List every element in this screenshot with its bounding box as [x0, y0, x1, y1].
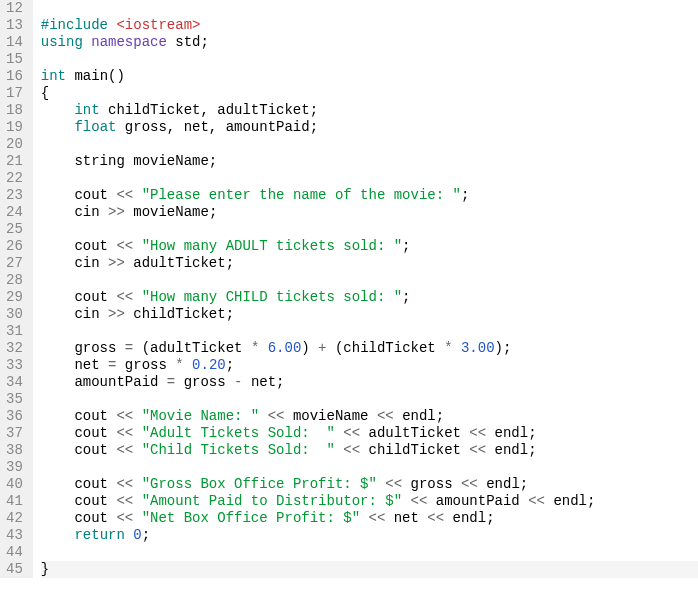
code-token: endl — [453, 510, 487, 526]
line-number: 16 — [6, 68, 23, 85]
code-line: cout << "Amount Paid to Distributor: $" … — [41, 493, 698, 510]
code-line: float gross, net, amountPaid; — [41, 119, 698, 136]
code-token: << — [377, 408, 402, 424]
code-line — [41, 0, 698, 17]
code-line: cout << "Please enter the name of the mo… — [41, 187, 698, 204]
code-token: - — [234, 374, 251, 390]
code-token: << — [343, 425, 368, 441]
code-line — [41, 136, 698, 153]
code-token: << — [116, 408, 141, 424]
code-token: endl — [495, 425, 529, 441]
code-token: using — [41, 34, 91, 50]
line-number: 13 — [6, 17, 23, 34]
code-token: cout — [41, 238, 117, 254]
code-token: endl — [495, 442, 529, 458]
code-token: ; — [226, 306, 234, 322]
code-token: << — [116, 187, 141, 203]
code-token: "Please enter the name of the movie: " — [142, 187, 461, 203]
line-number-gutter: 1213141516171819202122232425262728293031… — [0, 0, 33, 578]
line-number: 26 — [6, 238, 23, 255]
line-number: 39 — [6, 459, 23, 476]
code-token: << — [116, 289, 141, 305]
code-token: << — [369, 510, 394, 526]
line-number: 17 — [6, 85, 23, 102]
code-token: << — [116, 476, 141, 492]
code-token — [360, 510, 368, 526]
code-token: ; — [310, 102, 318, 118]
line-number: 40 — [6, 476, 23, 493]
code-token: << — [411, 493, 436, 509]
line-number: 27 — [6, 255, 23, 272]
code-token: ; — [209, 153, 217, 169]
code-token: ) — [301, 340, 318, 356]
code-token: "How many ADULT tickets sold: " — [142, 238, 402, 254]
code-token: << — [116, 510, 141, 526]
code-line: } — [41, 561, 698, 578]
code-token: float — [74, 119, 116, 135]
code-token: << — [116, 442, 141, 458]
code-line: int main() — [41, 68, 698, 85]
code-line — [41, 272, 698, 289]
code-token — [259, 408, 267, 424]
line-number: 37 — [6, 425, 23, 442]
code-line: gross = (adultTicket * 6.00) + (childTic… — [41, 340, 698, 357]
code-token: ; — [486, 510, 494, 526]
code-token: childTicket, adultTicket — [100, 102, 310, 118]
line-number: 28 — [6, 272, 23, 289]
code-token: << — [116, 493, 141, 509]
code-token: ; — [402, 289, 410, 305]
line-number: 18 — [6, 102, 23, 119]
line-number: 44 — [6, 544, 23, 561]
code-line: cout << "Gross Box Office Profit: $" << … — [41, 476, 698, 493]
code-token: + — [318, 340, 335, 356]
code-token: ; — [209, 204, 217, 220]
code-token: << — [268, 408, 293, 424]
code-line — [41, 323, 698, 340]
code-line: { — [41, 85, 698, 102]
code-token: net — [394, 510, 428, 526]
code-token: cin — [41, 255, 108, 271]
code-token: >> — [108, 306, 133, 322]
code-line: string movieName; — [41, 153, 698, 170]
line-number: 30 — [6, 306, 23, 323]
code-token: "Adult Tickets Sold: " — [142, 425, 335, 441]
code-token: namespace — [91, 34, 167, 50]
code-token: endl — [486, 476, 520, 492]
code-token: << — [343, 442, 368, 458]
line-number: 43 — [6, 527, 23, 544]
line-number: 45 — [6, 561, 23, 578]
code-token: ; — [528, 425, 536, 441]
code-token: endl — [553, 493, 587, 509]
code-token: * — [251, 340, 268, 356]
line-number: 19 — [6, 119, 23, 136]
code-token: net — [251, 374, 276, 390]
code-line — [41, 544, 698, 561]
code-area[interactable]: #include <iostream>using namespace std; … — [33, 0, 698, 578]
code-token: () — [108, 68, 125, 84]
code-token: 6.00 — [268, 340, 302, 356]
code-token: cin — [41, 306, 108, 322]
code-token: } — [41, 561, 49, 577]
code-line: cin >> movieName; — [41, 204, 698, 221]
code-token: * — [444, 340, 461, 356]
code-token: << — [528, 493, 553, 509]
code-token: ; — [142, 527, 150, 543]
code-token: childTicket — [133, 306, 225, 322]
code-token — [41, 102, 75, 118]
code-line: cout << "How many CHILD tickets sold: "; — [41, 289, 698, 306]
code-token: ; — [528, 442, 536, 458]
code-line: net = gross * 0.20; — [41, 357, 698, 374]
line-number: 29 — [6, 289, 23, 306]
code-token: cout — [41, 187, 117, 203]
code-token: << — [116, 238, 141, 254]
code-token: << — [469, 425, 494, 441]
code-token: cout — [41, 408, 117, 424]
code-token: 0.20 — [192, 357, 226, 373]
code-token: ; — [200, 34, 208, 50]
line-number: 12 — [6, 0, 23, 17]
code-token: childTicket — [369, 442, 470, 458]
code-token: ; — [520, 476, 528, 492]
code-token: >> — [108, 255, 133, 271]
line-number: 14 — [6, 34, 23, 51]
code-token: 3.00 — [461, 340, 495, 356]
